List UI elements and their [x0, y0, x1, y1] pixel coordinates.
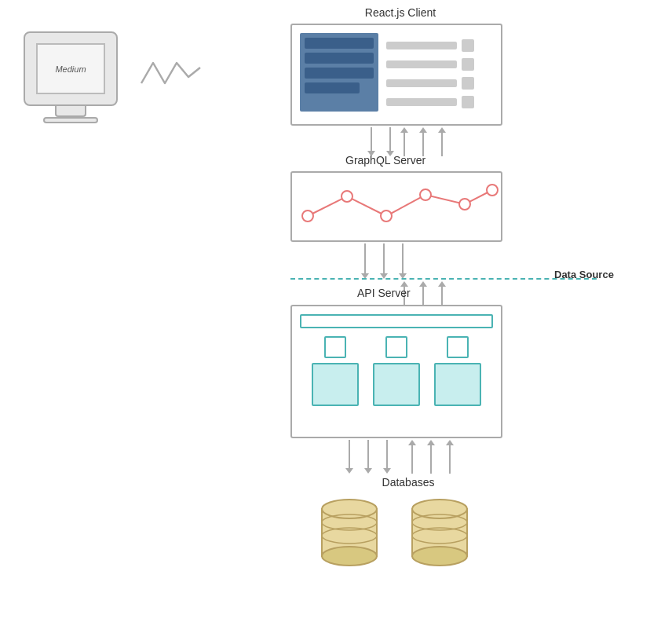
arrow-down-api2: [364, 440, 372, 474]
arrowhead: [446, 440, 454, 445]
arrow-down-api3: [383, 440, 391, 474]
diagram: Medium React.js Client: [0, 0, 672, 626]
react-inner: [300, 33, 504, 119]
api-card-icon-3: [447, 336, 469, 358]
react-square-4: [462, 96, 474, 108]
arrow-down-g1: [361, 243, 369, 279]
react-line-4: [386, 98, 457, 106]
api-card-3: [434, 336, 481, 406]
api-label: API Server: [357, 287, 411, 299]
svg-point-5: [487, 185, 498, 196]
svg-point-0: [302, 210, 313, 221]
shaft: [449, 445, 451, 474]
shaft: [364, 243, 366, 273]
monitor-body: Medium: [24, 31, 118, 106]
svg-point-2: [381, 210, 392, 221]
database-cylinder-1: [318, 495, 381, 573]
react-row-4: [386, 96, 474, 108]
shaft: [402, 243, 404, 273]
shaft: [371, 127, 372, 151]
graphql-chart: [292, 173, 502, 242]
cylinder-svg-1: [318, 495, 381, 569]
arrowhead: [383, 468, 391, 474]
arrowhead: [419, 127, 427, 133]
arrowhead: [345, 468, 353, 474]
monitor-base: [43, 117, 98, 123]
shaft: [411, 445, 413, 474]
database-cylinder-2: [408, 495, 471, 573]
shaft: [430, 445, 432, 474]
graphql-label: GraphQL Server: [345, 154, 425, 167]
arrow-down-g3: [399, 243, 407, 279]
svg-point-8: [322, 547, 377, 566]
react-line-3: [386, 79, 457, 87]
shaft: [367, 440, 369, 468]
shaft: [386, 440, 388, 468]
monitor-group: Medium: [24, 31, 118, 123]
arrow-down-1: [367, 127, 375, 156]
shaft: [404, 133, 405, 156]
svg-point-12: [412, 500, 467, 518]
svg-point-7: [322, 500, 377, 518]
svg-point-1: [341, 191, 352, 202]
graphql-to-react-arrows: [400, 127, 446, 156]
react-to-graphql-arrows: [367, 127, 394, 156]
arrow-down-g2: [380, 243, 388, 279]
react-content: [386, 33, 474, 108]
arrow-up-3: [438, 127, 446, 156]
api-card-body-1: [312, 363, 359, 406]
api-card-icon-1: [324, 336, 346, 358]
squiggle-icon: [137, 53, 208, 96]
data-source-line: [290, 278, 597, 280]
arrowhead: [400, 281, 408, 287]
react-sidebar: [300, 33, 378, 112]
api-down-arrows: [345, 440, 391, 474]
shaft: [422, 133, 424, 156]
cylinder-svg-2: [408, 495, 471, 569]
sidebar-bar-4: [305, 82, 360, 93]
sidebar-bar-3: [305, 68, 374, 79]
arrowhead: [427, 440, 435, 445]
api-card-body-3: [434, 363, 481, 406]
react-row-2: [386, 58, 474, 71]
api-card-icon-2: [385, 336, 407, 358]
api-inner: [292, 306, 501, 414]
api-card-2: [373, 336, 420, 406]
databases-label: Databases: [345, 476, 471, 489]
sidebar-bar-2: [305, 53, 374, 64]
react-square-2: [462, 58, 474, 71]
arrowhead: [438, 127, 446, 133]
arrow-down-api1: [345, 440, 353, 474]
arrow-up-1: [400, 127, 408, 156]
monitor-stand: [55, 106, 86, 117]
svg-point-13: [412, 547, 467, 566]
shaft: [383, 243, 385, 273]
arrowhead: [364, 468, 372, 474]
arrowhead: [419, 281, 427, 287]
api-card-1: [312, 336, 359, 406]
reactjs-label: React.js Client: [298, 6, 502, 19]
data-source-label: Data Source: [554, 269, 614, 280]
react-square-1: [462, 39, 474, 52]
arrowhead: [400, 127, 408, 133]
react-line-2: [386, 60, 457, 68]
monitor-screen: Medium: [36, 43, 105, 94]
react-line-1: [386, 42, 457, 49]
graphql-box: [290, 171, 502, 242]
shaft: [389, 127, 391, 151]
graphql-to-api-arrows: [361, 243, 407, 279]
svg-point-4: [459, 199, 470, 210]
arrow-down-2: [386, 127, 394, 156]
arrow-up-db3: [446, 440, 454, 474]
shaft: [349, 440, 350, 468]
arrowhead: [438, 281, 446, 287]
shaft: [441, 133, 443, 156]
api-box: [290, 305, 502, 438]
arrowhead: [408, 440, 416, 445]
svg-point-3: [420, 189, 431, 200]
api-cards-row: [300, 336, 493, 406]
sidebar-bar-1: [305, 38, 374, 49]
api-card-body-2: [373, 363, 420, 406]
react-row-1: [386, 39, 474, 52]
react-row-3: [386, 77, 474, 90]
